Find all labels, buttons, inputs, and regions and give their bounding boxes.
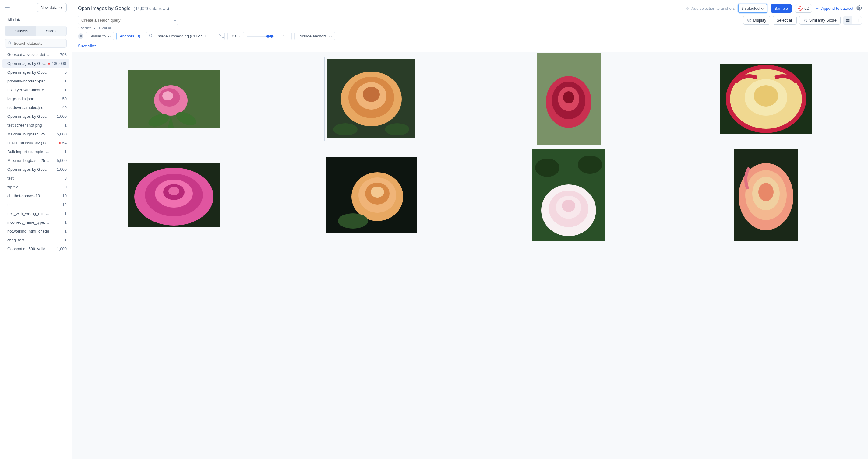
dataset-name: chatbot-convos-10 xyxy=(7,194,40,198)
dataset-name: Open images by Google xyxy=(7,114,50,119)
svg-rect-15 xyxy=(848,19,850,20)
sidebar-dataset-item[interactable]: test screenshot png1 xyxy=(0,121,71,130)
svg-rect-3 xyxy=(688,7,689,8)
blocked-count-pill[interactable]: 52 xyxy=(795,4,812,13)
grid-item[interactable] xyxy=(76,148,272,242)
select-all-button[interactable]: Select all xyxy=(773,16,797,25)
search-query-input[interactable] xyxy=(78,15,179,25)
sidebar-dataset-item[interactable]: Open images by Goo…180,000 xyxy=(2,59,69,68)
dataset-count: 50 xyxy=(62,97,67,101)
grid-item[interactable] xyxy=(471,52,666,146)
bar-chart-icon xyxy=(855,18,859,23)
dataset-name: Bulk import example - Geos… xyxy=(7,150,50,154)
row-count: (44,929 data rows) xyxy=(134,6,169,11)
menu-icon[interactable] xyxy=(5,6,10,9)
sidebar-dataset-item[interactable]: notworking_html_chegg1 xyxy=(0,227,71,236)
applied-filters-count[interactable]: 1 applied ▲ xyxy=(78,26,96,30)
clear-all-filters[interactable]: Clear all xyxy=(99,26,112,30)
dataset-name: incorrect_mime_type.html xyxy=(7,220,50,225)
sidebar-dataset-item[interactable]: Open images by Google1,000 xyxy=(0,112,71,121)
sidebar-dataset-item[interactable]: textlayer-with-incorrect-pa…1 xyxy=(0,86,71,94)
svg-rect-14 xyxy=(846,19,848,20)
sidebar-dataset-item[interactable]: text_with_wrong_mime_type1 xyxy=(0,209,71,218)
sample-button[interactable]: Sample xyxy=(771,4,792,13)
tab-datasets[interactable]: Datasets xyxy=(5,26,36,36)
chevron-down-icon[interactable] xyxy=(174,18,176,21)
sidebar-dataset-item[interactable]: zip file0 xyxy=(0,183,71,192)
sidebar-dataset-item[interactable]: test3 xyxy=(0,174,71,183)
chevron-down-icon xyxy=(329,34,332,37)
dataset-count: 0 xyxy=(65,185,67,189)
image-grid[interactable] xyxy=(72,52,868,459)
dataset-count: 1,000 xyxy=(57,114,67,119)
dataset-name: test xyxy=(7,202,14,207)
dataset-name: Open images by Goo… xyxy=(7,61,48,66)
sidebar-dataset-item[interactable]: Maxime_bugbash_250…5,000 xyxy=(0,130,71,138)
append-to-dataset-button[interactable]: Append to dataset xyxy=(815,6,854,11)
sidebar: New dataset All data Datasets Slices Geo… xyxy=(0,0,72,459)
remove-filter-button[interactable]: ✕ xyxy=(78,33,84,39)
grid-item[interactable] xyxy=(76,52,272,146)
sidebar-dataset-item[interactable]: Bulk import example - Geos…1 xyxy=(0,147,71,156)
selected-count-pill[interactable]: 3 selected xyxy=(738,4,768,13)
grid-item[interactable] xyxy=(668,52,864,146)
status-dot xyxy=(48,63,50,65)
chart-view-button[interactable] xyxy=(852,17,862,24)
status-dot xyxy=(59,142,61,144)
grid-item[interactable] xyxy=(274,52,469,146)
sidebar-dataset-item[interactable]: large-india.json50 xyxy=(0,94,71,103)
search-icon xyxy=(146,33,155,39)
svg-point-0 xyxy=(8,41,10,44)
dataset-name: Maxime_bugbash_250… xyxy=(7,158,50,163)
svg-point-60 xyxy=(578,156,602,174)
exclude-anchors-select[interactable]: Exclude anchors xyxy=(294,32,335,40)
svg-point-69 xyxy=(758,183,774,201)
sidebar-dataset-item[interactable]: incorrect_mime_type.html1 xyxy=(0,218,71,227)
svg-point-45 xyxy=(754,85,778,106)
sidebar-dataset-item[interactable]: pdf-with-incorrect-page-nu…1 xyxy=(0,77,71,86)
embedding-select[interactable]: Image Embedding (CLIP ViT… xyxy=(146,32,225,40)
sidebar-dataset-item[interactable]: Geospatial vessel detecti…798 xyxy=(0,50,71,59)
sidebar-dataset-item[interactable]: us-downsampled.json49 xyxy=(0,103,71,112)
sidebar-dataset-item[interactable]: tif with an issue #2 (1).json54 xyxy=(0,138,71,147)
grid-view-button[interactable] xyxy=(843,17,852,24)
grid-item[interactable] xyxy=(668,148,864,242)
display-button[interactable]: Display xyxy=(743,16,770,25)
sidebar-dataset-item[interactable]: Geospatial_500_valid_…1,000 xyxy=(0,244,71,253)
sidebar-dataset-item[interactable]: Maxime_bugbash_250…5,000 xyxy=(0,156,71,165)
svg-line-1 xyxy=(10,44,11,45)
dataset-count: 798 xyxy=(60,52,67,57)
threshold-slider[interactable] xyxy=(247,33,274,39)
gear-icon[interactable] xyxy=(857,5,862,11)
sidebar-dataset-item[interactable]: chatbot-convos-1010 xyxy=(0,192,71,200)
grid-item[interactable] xyxy=(471,148,666,242)
sidebar-dataset-item[interactable]: test12 xyxy=(0,200,71,209)
tab-slices[interactable]: Slices xyxy=(36,26,67,36)
count-input[interactable]: 1 xyxy=(277,32,292,40)
dataset-count: 54 xyxy=(62,141,67,145)
dataset-count: 1 xyxy=(65,211,67,216)
svg-point-21 xyxy=(150,34,152,36)
dataset-name: large-india.json xyxy=(7,97,34,101)
sidebar-tabs: Datasets Slices xyxy=(5,26,67,36)
svg-point-9 xyxy=(749,20,750,21)
anchors-badge[interactable]: Anchors (3) xyxy=(116,32,144,40)
new-dataset-button[interactable]: New dataset xyxy=(37,3,67,12)
dataset-count: 1 xyxy=(65,150,67,154)
save-slice-link[interactable]: Save slice xyxy=(78,43,96,48)
chevron-down-icon xyxy=(108,34,111,37)
add-selection-to-anchors: Add selection to anchors xyxy=(685,6,735,11)
sidebar-dataset-item[interactable]: Open images by Google0 xyxy=(0,68,71,77)
threshold-input[interactable]: 0.85 xyxy=(227,32,244,40)
dataset-count: 1,000 xyxy=(57,247,67,251)
grid-item[interactable] xyxy=(274,148,469,242)
dataset-name: notworking_html_chegg xyxy=(7,229,49,233)
search-icon xyxy=(7,41,11,46)
sidebar-dataset-item[interactable]: Open images by Google1,000 xyxy=(0,165,71,174)
search-datasets-input[interactable] xyxy=(5,39,67,48)
sidebar-dataset-item[interactable]: cheg_test1 xyxy=(0,236,71,244)
all-data-link[interactable]: All data xyxy=(0,15,71,25)
svg-point-33 xyxy=(363,87,380,102)
similarity-score-button[interactable]: Similarity Score xyxy=(799,16,841,25)
similar-to-select[interactable]: Similar to xyxy=(86,32,114,40)
